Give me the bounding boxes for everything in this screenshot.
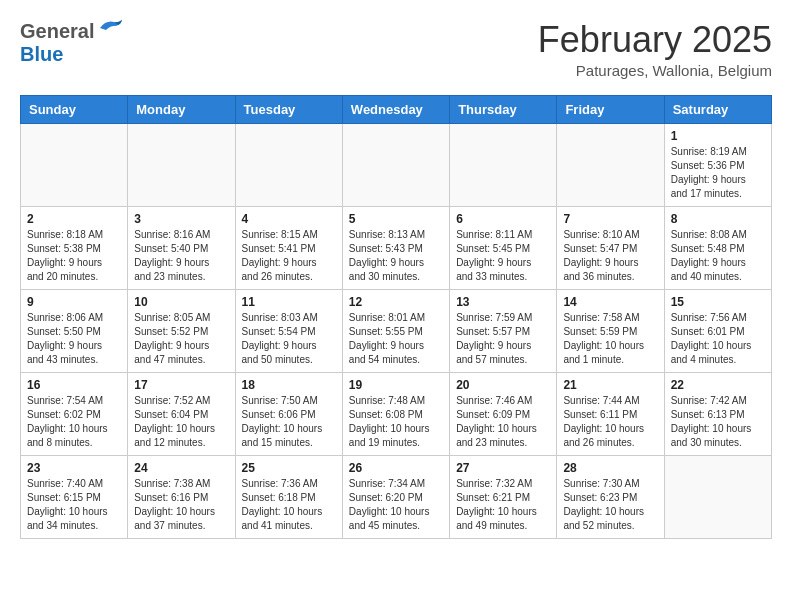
weekday-header-friday: Friday <box>557 95 664 123</box>
weekday-header-thursday: Thursday <box>450 95 557 123</box>
day-number: 24 <box>134 461 228 475</box>
day-number: 5 <box>349 212 443 226</box>
day-number: 1 <box>671 129 765 143</box>
day-number: 25 <box>242 461 336 475</box>
calendar-day-cell <box>128 123 235 206</box>
calendar-table: SundayMondayTuesdayWednesdayThursdayFrid… <box>20 95 772 539</box>
day-info: Sunrise: 7:54 AM Sunset: 6:02 PM Dayligh… <box>27 394 121 450</box>
calendar-day-cell: 4Sunrise: 8:15 AM Sunset: 5:41 PM Daylig… <box>235 206 342 289</box>
weekday-header-row: SundayMondayTuesdayWednesdayThursdayFrid… <box>21 95 772 123</box>
day-info: Sunrise: 8:15 AM Sunset: 5:41 PM Dayligh… <box>242 228 336 284</box>
day-number: 4 <box>242 212 336 226</box>
calendar-day-cell: 18Sunrise: 7:50 AM Sunset: 6:06 PM Dayli… <box>235 372 342 455</box>
day-info: Sunrise: 7:34 AM Sunset: 6:20 PM Dayligh… <box>349 477 443 533</box>
weekday-header-saturday: Saturday <box>664 95 771 123</box>
month-year-title: February 2025 <box>538 20 772 60</box>
day-info: Sunrise: 8:18 AM Sunset: 5:38 PM Dayligh… <box>27 228 121 284</box>
calendar-day-cell: 15Sunrise: 7:56 AM Sunset: 6:01 PM Dayli… <box>664 289 771 372</box>
day-info: Sunrise: 7:30 AM Sunset: 6:23 PM Dayligh… <box>563 477 657 533</box>
day-info: Sunrise: 7:42 AM Sunset: 6:13 PM Dayligh… <box>671 394 765 450</box>
day-info: Sunrise: 7:56 AM Sunset: 6:01 PM Dayligh… <box>671 311 765 367</box>
day-number: 15 <box>671 295 765 309</box>
day-number: 12 <box>349 295 443 309</box>
calendar-week-row: 16Sunrise: 7:54 AM Sunset: 6:02 PM Dayli… <box>21 372 772 455</box>
calendar-day-cell: 22Sunrise: 7:42 AM Sunset: 6:13 PM Dayli… <box>664 372 771 455</box>
calendar-day-cell <box>235 123 342 206</box>
weekday-header-tuesday: Tuesday <box>235 95 342 123</box>
day-info: Sunrise: 8:03 AM Sunset: 5:54 PM Dayligh… <box>242 311 336 367</box>
calendar-day-cell: 20Sunrise: 7:46 AM Sunset: 6:09 PM Dayli… <box>450 372 557 455</box>
calendar-week-row: 2Sunrise: 8:18 AM Sunset: 5:38 PM Daylig… <box>21 206 772 289</box>
day-number: 14 <box>563 295 657 309</box>
day-number: 18 <box>242 378 336 392</box>
day-info: Sunrise: 7:32 AM Sunset: 6:21 PM Dayligh… <box>456 477 550 533</box>
day-number: 11 <box>242 295 336 309</box>
day-info: Sunrise: 7:36 AM Sunset: 6:18 PM Dayligh… <box>242 477 336 533</box>
day-info: Sunrise: 8:13 AM Sunset: 5:43 PM Dayligh… <box>349 228 443 284</box>
calendar-day-cell: 8Sunrise: 8:08 AM Sunset: 5:48 PM Daylig… <box>664 206 771 289</box>
calendar-day-cell: 9Sunrise: 8:06 AM Sunset: 5:50 PM Daylig… <box>21 289 128 372</box>
day-info: Sunrise: 8:10 AM Sunset: 5:47 PM Dayligh… <box>563 228 657 284</box>
calendar-day-cell: 27Sunrise: 7:32 AM Sunset: 6:21 PM Dayli… <box>450 455 557 538</box>
day-number: 9 <box>27 295 121 309</box>
header: General Blue February 2025 Paturages, Wa… <box>20 20 772 79</box>
weekday-header-wednesday: Wednesday <box>342 95 449 123</box>
calendar-day-cell <box>557 123 664 206</box>
day-info: Sunrise: 7:40 AM Sunset: 6:15 PM Dayligh… <box>27 477 121 533</box>
day-info: Sunrise: 7:58 AM Sunset: 5:59 PM Dayligh… <box>563 311 657 367</box>
calendar-day-cell: 11Sunrise: 8:03 AM Sunset: 5:54 PM Dayli… <box>235 289 342 372</box>
day-info: Sunrise: 8:16 AM Sunset: 5:40 PM Dayligh… <box>134 228 228 284</box>
day-number: 2 <box>27 212 121 226</box>
calendar-day-cell: 1Sunrise: 8:19 AM Sunset: 5:36 PM Daylig… <box>664 123 771 206</box>
calendar-day-cell: 5Sunrise: 8:13 AM Sunset: 5:43 PM Daylig… <box>342 206 449 289</box>
day-number: 8 <box>671 212 765 226</box>
day-number: 7 <box>563 212 657 226</box>
day-info: Sunrise: 8:11 AM Sunset: 5:45 PM Dayligh… <box>456 228 550 284</box>
calendar-day-cell: 10Sunrise: 8:05 AM Sunset: 5:52 PM Dayli… <box>128 289 235 372</box>
calendar-day-cell: 16Sunrise: 7:54 AM Sunset: 6:02 PM Dayli… <box>21 372 128 455</box>
calendar-week-row: 23Sunrise: 7:40 AM Sunset: 6:15 PM Dayli… <box>21 455 772 538</box>
calendar-day-cell <box>664 455 771 538</box>
calendar-day-cell: 3Sunrise: 8:16 AM Sunset: 5:40 PM Daylig… <box>128 206 235 289</box>
calendar-week-row: 1Sunrise: 8:19 AM Sunset: 5:36 PM Daylig… <box>21 123 772 206</box>
day-number: 10 <box>134 295 228 309</box>
day-number: 20 <box>456 378 550 392</box>
calendar-day-cell: 6Sunrise: 8:11 AM Sunset: 5:45 PM Daylig… <box>450 206 557 289</box>
day-info: Sunrise: 7:50 AM Sunset: 6:06 PM Dayligh… <box>242 394 336 450</box>
day-info: Sunrise: 7:59 AM Sunset: 5:57 PM Dayligh… <box>456 311 550 367</box>
day-number: 16 <box>27 378 121 392</box>
day-info: Sunrise: 8:08 AM Sunset: 5:48 PM Dayligh… <box>671 228 765 284</box>
day-number: 3 <box>134 212 228 226</box>
calendar-day-cell: 2Sunrise: 8:18 AM Sunset: 5:38 PM Daylig… <box>21 206 128 289</box>
day-info: Sunrise: 8:19 AM Sunset: 5:36 PM Dayligh… <box>671 145 765 201</box>
calendar-day-cell: 13Sunrise: 7:59 AM Sunset: 5:57 PM Dayli… <box>450 289 557 372</box>
day-number: 6 <box>456 212 550 226</box>
calendar-day-cell: 28Sunrise: 7:30 AM Sunset: 6:23 PM Dayli… <box>557 455 664 538</box>
day-number: 22 <box>671 378 765 392</box>
calendar-day-cell: 25Sunrise: 7:36 AM Sunset: 6:18 PM Dayli… <box>235 455 342 538</box>
calendar-day-cell: 19Sunrise: 7:48 AM Sunset: 6:08 PM Dayli… <box>342 372 449 455</box>
day-info: Sunrise: 7:52 AM Sunset: 6:04 PM Dayligh… <box>134 394 228 450</box>
day-number: 19 <box>349 378 443 392</box>
calendar-day-cell: 17Sunrise: 7:52 AM Sunset: 6:04 PM Dayli… <box>128 372 235 455</box>
calendar-day-cell <box>450 123 557 206</box>
day-number: 28 <box>563 461 657 475</box>
calendar-week-row: 9Sunrise: 8:06 AM Sunset: 5:50 PM Daylig… <box>21 289 772 372</box>
calendar-day-cell: 14Sunrise: 7:58 AM Sunset: 5:59 PM Dayli… <box>557 289 664 372</box>
logo: General Blue <box>20 20 124 66</box>
location-subtitle: Paturages, Wallonia, Belgium <box>538 62 772 79</box>
logo-general-text: General <box>20 20 94 43</box>
day-number: 21 <box>563 378 657 392</box>
weekday-header-monday: Monday <box>128 95 235 123</box>
calendar-day-cell <box>342 123 449 206</box>
calendar-day-cell: 21Sunrise: 7:44 AM Sunset: 6:11 PM Dayli… <box>557 372 664 455</box>
calendar-day-cell: 12Sunrise: 8:01 AM Sunset: 5:55 PM Dayli… <box>342 289 449 372</box>
day-number: 13 <box>456 295 550 309</box>
day-info: Sunrise: 8:06 AM Sunset: 5:50 PM Dayligh… <box>27 311 121 367</box>
calendar-day-cell: 23Sunrise: 7:40 AM Sunset: 6:15 PM Dayli… <box>21 455 128 538</box>
logo-blue-text: Blue <box>20 43 63 65</box>
title-area: February 2025 Paturages, Wallonia, Belgi… <box>538 20 772 79</box>
calendar-day-cell: 7Sunrise: 8:10 AM Sunset: 5:47 PM Daylig… <box>557 206 664 289</box>
day-info: Sunrise: 7:48 AM Sunset: 6:08 PM Dayligh… <box>349 394 443 450</box>
day-number: 26 <box>349 461 443 475</box>
